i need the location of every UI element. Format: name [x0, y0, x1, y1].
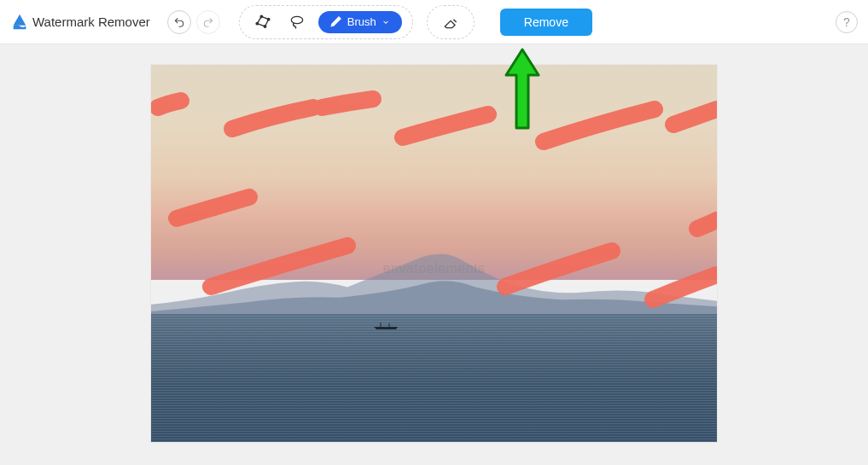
lasso-tool-button[interactable]: [284, 9, 310, 35]
redo-button[interactable]: [196, 10, 220, 34]
svg-point-0: [256, 22, 259, 25]
polygon-tool-button[interactable]: [250, 9, 276, 35]
app-logo-icon: [10, 13, 29, 32]
selection-tool-group: Brush: [239, 5, 413, 39]
brush-stroke-overlay: [151, 65, 717, 442]
app-title: Watermark Remover: [32, 15, 150, 29]
svg-point-3: [264, 25, 266, 27]
top-toolbar: Watermark Remover: [0, 0, 868, 44]
undo-button[interactable]: [167, 10, 191, 34]
remove-button-label: Remove: [524, 15, 568, 29]
brush-label: Brush: [347, 15, 376, 28]
svg-point-1: [260, 15, 263, 18]
logo-group: Watermark Remover: [10, 13, 162, 32]
chevron-down-icon: [382, 18, 390, 26]
svg-point-4: [291, 16, 302, 23]
help-button[interactable]: ?: [836, 11, 858, 33]
brush-tool-button[interactable]: Brush: [318, 11, 402, 33]
svg-point-2: [267, 18, 270, 20]
help-icon: ?: [843, 15, 850, 29]
canvas-area: envatoelements: [0, 44, 868, 462]
eraser-tool-group: [427, 5, 475, 39]
image-canvas[interactable]: envatoelements: [151, 65, 717, 442]
remove-button[interactable]: Remove: [500, 9, 592, 36]
eraser-tool-button[interactable]: [438, 9, 463, 35]
